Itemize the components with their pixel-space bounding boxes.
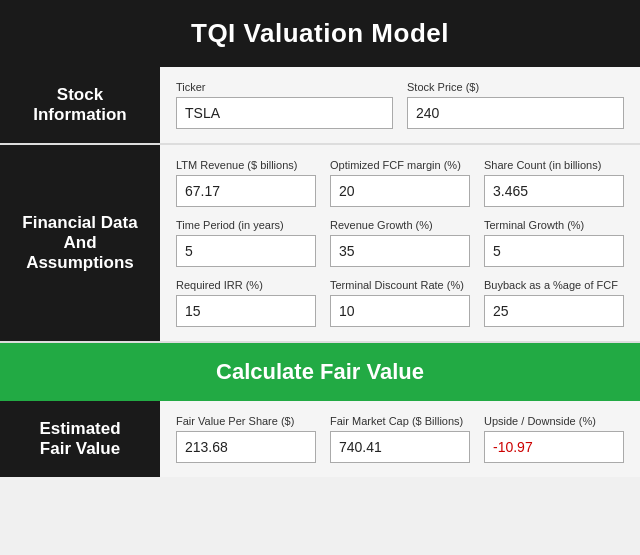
- share-count-group: Share Count (in billions): [484, 159, 624, 207]
- stock-fields-row: Ticker Stock Price ($): [176, 81, 624, 129]
- fair-value-per-share-label: Fair Value Per Share ($): [176, 415, 316, 427]
- stock-information-content: Ticker Stock Price ($): [160, 67, 640, 143]
- share-count-label: Share Count (in billions): [484, 159, 624, 171]
- fcf-margin-group: Optimized FCF margin (%): [330, 159, 470, 207]
- results-content: Fair Value Per Share ($) Fair Market Cap…: [160, 401, 640, 477]
- estimated-fair-value-label: Estimated Fair Value: [0, 401, 160, 477]
- financial-data-section: Financial Data And Assumptions LTM Reven…: [0, 145, 640, 343]
- required-irr-input[interactable]: [176, 295, 316, 327]
- calculate-button[interactable]: Calculate Fair Value: [20, 359, 620, 385]
- calculate-row: Calculate Fair Value: [0, 343, 640, 401]
- terminal-growth-group: Terminal Growth (%): [484, 219, 624, 267]
- ticker-label: Ticker: [176, 81, 393, 93]
- ltm-revenue-input[interactable]: [176, 175, 316, 207]
- ticker-input[interactable]: [176, 97, 393, 129]
- time-period-label: Time Period (in years): [176, 219, 316, 231]
- buyback-input[interactable]: [484, 295, 624, 327]
- required-irr-group: Required IRR (%): [176, 279, 316, 327]
- stock-price-label: Stock Price ($): [407, 81, 624, 93]
- financial-data-content: LTM Revenue ($ billions) Optimized FCF m…: [160, 145, 640, 341]
- revenue-growth-input[interactable]: [330, 235, 470, 267]
- share-count-input[interactable]: [484, 175, 624, 207]
- stock-price-input[interactable]: [407, 97, 624, 129]
- buyback-label: Buyback as a %age of FCF: [484, 279, 624, 291]
- fair-market-cap-group: Fair Market Cap ($ Billions): [330, 415, 470, 463]
- stock-price-field-group: Stock Price ($): [407, 81, 624, 129]
- terminal-discount-input[interactable]: [330, 295, 470, 327]
- fair-value-per-share-group: Fair Value Per Share ($): [176, 415, 316, 463]
- revenue-growth-group: Revenue Growth (%): [330, 219, 470, 267]
- ltm-revenue-label: LTM Revenue ($ billions): [176, 159, 316, 171]
- ticker-field-group: Ticker: [176, 81, 393, 129]
- financial-row-3: Required IRR (%) Terminal Discount Rate …: [176, 279, 624, 327]
- terminal-growth-input[interactable]: [484, 235, 624, 267]
- terminal-growth-label: Terminal Growth (%): [484, 219, 624, 231]
- header: TQI Valuation Model: [0, 0, 640, 67]
- stock-information-section: Stock Information Ticker Stock Price ($): [0, 67, 640, 145]
- terminal-discount-group: Terminal Discount Rate (%): [330, 279, 470, 327]
- estimated-fair-value-section: Estimated Fair Value Fair Value Per Shar…: [0, 401, 640, 477]
- stock-information-label: Stock Information: [0, 67, 160, 143]
- fcf-margin-input[interactable]: [330, 175, 470, 207]
- upside-downside-group: Upside / Downside (%): [484, 415, 624, 463]
- financial-row-1: LTM Revenue ($ billions) Optimized FCF m…: [176, 159, 624, 207]
- financial-row-2: Time Period (in years) Revenue Growth (%…: [176, 219, 624, 267]
- page-title: TQI Valuation Model: [10, 18, 630, 49]
- results-fields-row: Fair Value Per Share ($) Fair Market Cap…: [176, 415, 624, 463]
- upside-downside-input[interactable]: [484, 431, 624, 463]
- app-container: TQI Valuation Model Stock Information Ti…: [0, 0, 640, 477]
- time-period-group: Time Period (in years): [176, 219, 316, 267]
- terminal-discount-label: Terminal Discount Rate (%): [330, 279, 470, 291]
- fair-value-per-share-input[interactable]: [176, 431, 316, 463]
- buyback-group: Buyback as a %age of FCF: [484, 279, 624, 327]
- upside-downside-label: Upside / Downside (%): [484, 415, 624, 427]
- revenue-growth-label: Revenue Growth (%): [330, 219, 470, 231]
- fair-market-cap-input[interactable]: [330, 431, 470, 463]
- time-period-input[interactable]: [176, 235, 316, 267]
- fair-market-cap-label: Fair Market Cap ($ Billions): [330, 415, 470, 427]
- ltm-revenue-group: LTM Revenue ($ billions): [176, 159, 316, 207]
- required-irr-label: Required IRR (%): [176, 279, 316, 291]
- financial-data-label: Financial Data And Assumptions: [0, 145, 160, 341]
- fcf-margin-label: Optimized FCF margin (%): [330, 159, 470, 171]
